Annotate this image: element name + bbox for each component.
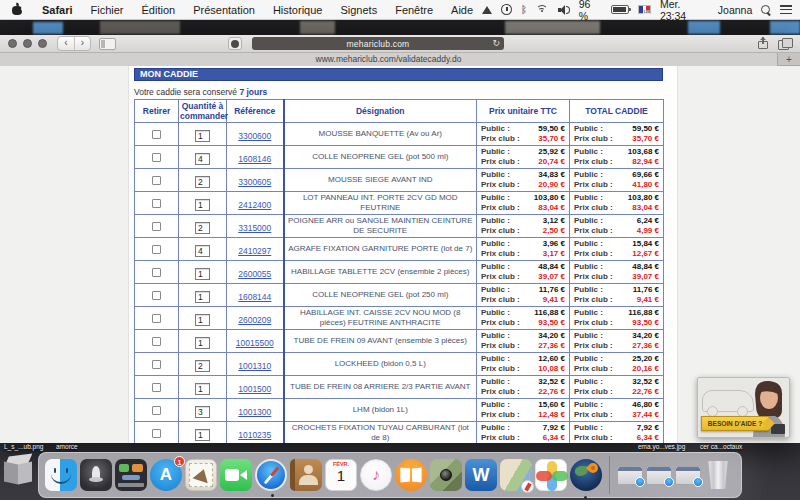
menu-item-signets[interactable]: Signets: [331, 0, 386, 20]
menu-item-aide[interactable]: Aide: [442, 0, 482, 20]
dock-app-store-icon[interactable]: A1: [150, 459, 182, 491]
desktop-file-label[interactable]: L_s_...ub.png: [4, 443, 43, 450]
menu-item-presentation[interactable]: Présentation: [184, 0, 264, 20]
volume-icon[interactable]: [558, 5, 570, 15]
menu-item-fenetre[interactable]: Fenêtre: [386, 0, 442, 20]
reference-link[interactable]: 1010235: [238, 430, 271, 440]
quantity-input[interactable]: 1: [195, 199, 210, 211]
zoom-window-button[interactable]: [38, 39, 47, 48]
remove-checkbox[interactable]: [152, 406, 161, 415]
keyboard-layout-icon[interactable]: 123: [638, 5, 651, 14]
remove-checkbox[interactable]: [152, 153, 161, 162]
address-bar[interactable]: mehariclub.com ↻: [252, 37, 504, 50]
reference-link[interactable]: 3300600: [238, 131, 271, 141]
reference-link[interactable]: 2410297: [238, 246, 271, 256]
minimized-window-thumbnail[interactable]: [617, 466, 643, 485]
quantity-input[interactable]: 2: [195, 360, 210, 372]
reference-link[interactable]: 2600055: [238, 269, 271, 279]
desktop-file-label[interactable]: cer ca...octaux: [700, 443, 742, 450]
desktop-file-label[interactable]: ema.yo...ves.jpg: [638, 443, 685, 450]
wifi-icon[interactable]: [536, 5, 549, 14]
reference-link[interactable]: 1608146: [238, 154, 271, 164]
dock-maps-icon[interactable]: [500, 459, 532, 491]
sidebar-button[interactable]: [99, 38, 116, 50]
reference-link[interactable]: 2412400: [238, 200, 271, 210]
extension-button[interactable]: [228, 37, 242, 50]
spotlight-icon[interactable]: [761, 5, 771, 15]
eject-icon[interactable]: [482, 6, 492, 14]
dock-calendar-icon[interactable]: FÉVR. 1: [325, 459, 357, 491]
reference-link[interactable]: 1001310: [238, 361, 271, 371]
help-widget[interactable]: BESOIN D'AIDE ?: [697, 377, 790, 438]
bluetooth-icon[interactable]: ᛒ: [521, 4, 527, 15]
dock-ibooks-icon[interactable]: [395, 459, 427, 491]
forward-button[interactable]: ›: [74, 37, 90, 50]
reference-link[interactable]: 2600209: [238, 315, 271, 325]
reference-link[interactable]: 3315000: [238, 223, 271, 233]
remove-checkbox[interactable]: [152, 268, 161, 277]
quantity-input[interactable]: 4: [195, 153, 210, 165]
quantity-input[interactable]: 1: [195, 291, 210, 303]
remove-checkbox[interactable]: [152, 314, 161, 323]
quantity-input[interactable]: 1: [195, 383, 210, 395]
active-tab[interactable]: www.mehariclub.com/validatecaddy.do: [0, 53, 778, 66]
menu-clock[interactable]: Mer. 23:34: [660, 0, 709, 22]
remove-checkbox[interactable]: [152, 245, 161, 254]
reference-link[interactable]: 1001300: [238, 407, 271, 417]
menu-item-fichier[interactable]: Fichier: [82, 0, 133, 20]
quantity-input[interactable]: 1: [195, 314, 210, 326]
dock-facetime-icon[interactable]: [220, 459, 252, 491]
remove-checkbox[interactable]: [152, 291, 161, 300]
apple-menu-icon[interactable]: [12, 4, 23, 15]
remove-checkbox[interactable]: [152, 222, 161, 231]
reference-link[interactable]: 1001500: [238, 384, 271, 394]
remove-checkbox[interactable]: [152, 199, 161, 208]
reference-link[interactable]: 3300605: [238, 177, 271, 187]
minimized-window-thumbnail[interactable]: [646, 466, 672, 485]
quantity-input[interactable]: 2: [195, 222, 210, 234]
user-menu[interactable]: Joanna: [718, 4, 752, 16]
quantity-input[interactable]: 1: [195, 268, 210, 280]
quantity-input[interactable]: 4: [195, 245, 210, 257]
back-button[interactable]: ‹: [58, 37, 74, 50]
dock-finder-icon[interactable]: [45, 459, 77, 491]
reference-link[interactable]: 1608144: [238, 292, 271, 302]
desktop-cube-icon[interactable]: [4, 455, 34, 489]
share-icon[interactable]: [757, 37, 770, 50]
dock-mission-control-icon[interactable]: [115, 459, 147, 491]
minimized-window-thumbnail[interactable]: [675, 466, 701, 485]
remove-checkbox[interactable]: [152, 130, 161, 139]
dock-photo-booth-icon[interactable]: [430, 459, 462, 491]
quantity-input[interactable]: 2: [195, 176, 210, 188]
notification-center-icon[interactable]: [780, 5, 792, 14]
menu-item-safari[interactable]: Safari: [33, 0, 82, 20]
dock-mail-icon[interactable]: [185, 459, 217, 491]
dock-launchpad-icon[interactable]: [80, 459, 112, 491]
quantity-input[interactable]: 1: [195, 337, 210, 349]
remove-checkbox[interactable]: [152, 176, 161, 185]
help-widget-label[interactable]: BESOIN D'AIDE ?: [701, 416, 769, 431]
menu-item-historique[interactable]: Historique: [264, 0, 332, 20]
remove-checkbox[interactable]: [152, 360, 161, 369]
tab-overview-icon[interactable]: [778, 38, 792, 50]
new-tab-button[interactable]: +: [778, 54, 800, 65]
quantity-input[interactable]: 3: [195, 406, 210, 418]
dock-trash-icon[interactable]: [704, 459, 732, 491]
close-window-button[interactable]: [8, 39, 17, 48]
remove-checkbox[interactable]: [152, 429, 161, 438]
time-machine-icon[interactable]: [501, 4, 512, 15]
desktop-file-label[interactable]: amorce: [56, 443, 78, 450]
dock-photos-icon[interactable]: [535, 459, 567, 491]
reload-icon[interactable]: ↻: [492, 39, 500, 48]
dock-word-icon[interactable]: W: [465, 459, 497, 491]
menu-item-edition[interactable]: Édition: [133, 0, 185, 20]
minimize-window-button[interactable]: [23, 39, 32, 48]
dock-globe-pin-icon[interactable]: [570, 459, 602, 491]
dock-itunes-icon[interactable]: ♪: [360, 459, 392, 491]
battery-icon[interactable]: [611, 5, 629, 14]
remove-checkbox[interactable]: [152, 337, 161, 346]
reference-link[interactable]: 10015500: [236, 338, 274, 348]
dock-safari-icon[interactable]: [255, 459, 287, 491]
remove-checkbox[interactable]: [152, 383, 161, 392]
quantity-input[interactable]: 1: [195, 130, 210, 142]
